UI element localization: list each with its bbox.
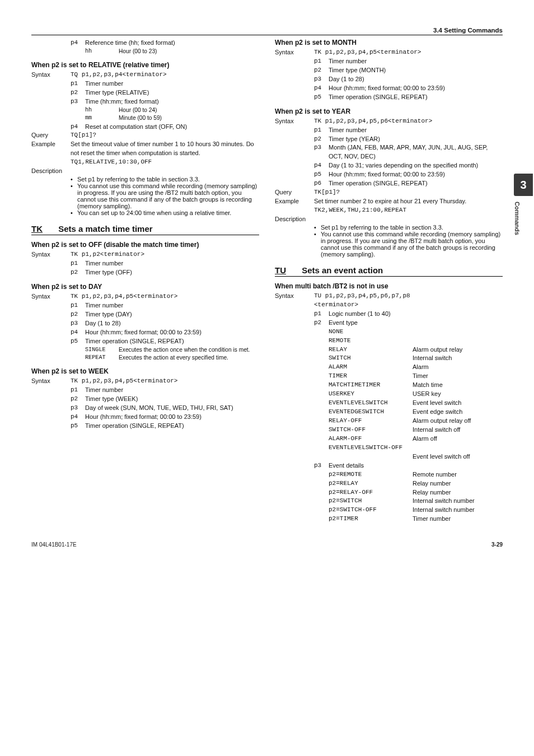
param-row: p4 Reference time (hh; fixed format) [31, 39, 259, 48]
side-tab: 3 Commands [514, 174, 534, 235]
page: 3.4 Setting Commands 3 Commands p4 Refer… [0, 0, 534, 564]
command-heading: TU Sets an event action [275, 265, 503, 277]
event-details-table: p2=REMOTERemote number p2=RELAYRelay num… [275, 470, 503, 524]
command-symbol: TK [31, 224, 43, 234]
syntax-row: Syntax TQ p1,p2,p3,p4<terminator> [31, 71, 259, 80]
section-header: 3.4 Setting Commands [31, 27, 503, 34]
command-title: Sets a match time timer [58, 224, 152, 234]
command-symbol: TU [275, 265, 286, 275]
sub-val: Hour (00 to 23) [119, 48, 259, 55]
right-column: When p2 is set to MONTH SyntaxTK p1,p2,p… [275, 39, 503, 524]
command-title: Sets an event action [302, 265, 383, 275]
event-type-table: NONE REMOTE RELAYAlarm output relay SWIT… [275, 328, 503, 461]
sub-row: hh Hour (00 to 23) [85, 48, 259, 55]
page-number: 3-29 [491, 542, 503, 548]
label: Syntax [31, 71, 71, 80]
syntax-code: TQ p1,p2,p3,p4<terminator> [71, 71, 259, 80]
footer-left: IM 04L41B01-17E [31, 542, 77, 548]
command-heading: TK Sets a match time timer [31, 224, 259, 235]
footer: IM 04L41B01-17E 3-29 [31, 542, 503, 548]
columns: p4 Reference time (hh; fixed format) hh … [31, 39, 503, 524]
tab-number: 3 [514, 174, 533, 196]
tab-label: Commands [514, 202, 521, 235]
sub-key: hh [85, 48, 119, 55]
subheading: When p2 is set to RELATIVE (relative tim… [31, 61, 259, 69]
header-rule [31, 35, 503, 35]
left-column: p4 Reference time (hh; fixed format) hh … [31, 39, 259, 524]
param-text: Reference time (hh; fixed format) [85, 39, 259, 48]
param-key: p4 [71, 39, 85, 48]
